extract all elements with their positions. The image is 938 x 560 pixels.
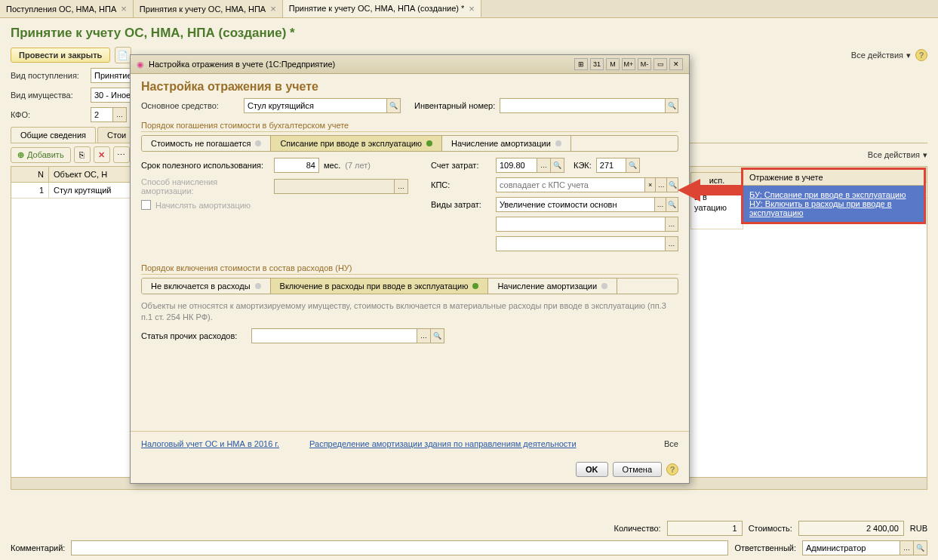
help-icon[interactable]: ? xyxy=(915,49,927,61)
other-exp-lookup[interactable]: … xyxy=(417,328,431,343)
kps-search[interactable]: 🔍 xyxy=(667,177,678,192)
calc-icon[interactable]: ⊞ xyxy=(574,58,588,70)
kfo-field[interactable] xyxy=(91,107,113,122)
close-icon[interactable]: × xyxy=(469,3,475,14)
other-exp-label: Статья прочих расходов: xyxy=(141,331,247,340)
tab-general[interactable]: Общие сведения xyxy=(11,127,96,143)
cost-acc-label: Счет затрат: xyxy=(431,161,491,170)
amort-distribution-link[interactable]: Распределение амортизации здания по напр… xyxy=(309,439,577,448)
all-link[interactable]: Все xyxy=(664,439,678,448)
close-dialog-icon[interactable]: ✕ xyxy=(669,58,683,70)
tax-accounting-link[interactable]: Налоговый учет ОС и НМА в 2016 г. xyxy=(141,439,279,448)
all-actions-menu[interactable]: Все действия ▾ xyxy=(851,51,911,60)
minimize-icon[interactable]: ▭ xyxy=(654,58,667,70)
tab-acceptances[interactable]: Принятия к учету ОС, НМА, НПА× xyxy=(134,0,283,17)
comment-field[interactable] xyxy=(71,540,728,555)
kps-field[interactable] xyxy=(496,177,645,192)
extra-field-2[interactable] xyxy=(496,236,666,251)
qty-field[interactable] xyxy=(667,521,743,536)
life-hint: (7 лет) xyxy=(345,161,371,170)
asset-search[interactable]: 🔍 xyxy=(387,98,401,113)
kps-label: КПС: xyxy=(431,180,491,189)
other-exp-field[interactable] xyxy=(251,328,417,343)
tab-receipts[interactable]: Поступления ОС, НМА, НПА× xyxy=(0,0,134,17)
nu-opt-amort[interactable]: Начисление амортизации xyxy=(488,278,617,294)
resp-search[interactable]: 🔍 xyxy=(914,540,927,555)
cost-types-lookup[interactable]: … xyxy=(655,197,667,212)
nu-note: Объекты не относятся к амортизируемому и… xyxy=(141,300,678,324)
qty-label: Количество: xyxy=(614,524,660,533)
nu-opt-include[interactable]: Включение в расходы при вводе в эксплуат… xyxy=(271,278,489,294)
m-icon[interactable]: M xyxy=(606,58,620,70)
responsible-label: Ответственный: xyxy=(734,543,796,552)
cost-field[interactable] xyxy=(798,521,904,536)
add-button[interactable]: ⊕Добавить xyxy=(11,147,71,163)
amort-method-label: Способ начисления амортизации: xyxy=(141,177,269,195)
nu-radio-group: Не включается в расходы Включение в расх… xyxy=(141,278,678,294)
cost-acc-lookup[interactable]: … xyxy=(537,158,551,173)
dialog-title-text: Настройка отражения в учете (1С:Предприя… xyxy=(149,60,335,69)
callout-nu-link[interactable]: НУ: Включить в расходы при вводе в экспл… xyxy=(749,199,892,217)
nu-opt-exclude[interactable]: Не включается в расходы xyxy=(142,278,271,294)
kfo-lookup[interactable]: … xyxy=(113,107,127,122)
close-icon[interactable]: × xyxy=(121,3,127,14)
dialog-help-icon[interactable]: ? xyxy=(666,463,678,475)
property-type-label: Вид имущества: xyxy=(11,91,86,100)
tab-bar: Поступления ОС, НМА, НПА× Принятия к уче… xyxy=(0,0,938,18)
bu-opt-writeoff[interactable]: Списание при вводе в эксплуатацию xyxy=(271,136,442,151)
more-icon[interactable]: ⋯ xyxy=(113,146,130,163)
amort-lookup: … xyxy=(395,179,408,194)
inv-search[interactable]: 🔍 xyxy=(666,98,678,113)
app-icon: ◉ xyxy=(137,60,144,69)
nu-section-title: Порядок включения стоимости в состав рас… xyxy=(141,263,678,275)
cost-acc-field[interactable] xyxy=(496,158,537,173)
bu-opt-no-repay[interactable]: Стоимость не погашается xyxy=(142,136,271,151)
inv-field[interactable] xyxy=(500,98,666,113)
life-unit: мес. xyxy=(324,161,340,170)
calendar-icon[interactable]: 31 xyxy=(590,58,604,70)
delete-icon[interactable]: ✕ xyxy=(94,146,110,163)
col-object[interactable]: Объект ОС, Н xyxy=(49,167,140,182)
kek-field[interactable] xyxy=(596,158,626,173)
arrow-annotation xyxy=(678,175,746,205)
extra2-lookup[interactable]: … xyxy=(666,236,678,251)
save-icon[interactable]: 📄 xyxy=(115,47,131,63)
bu-section-title: Порядок погашения стоимости в бухгалтерс… xyxy=(141,121,678,132)
asset-label: Основное средство: xyxy=(141,101,239,110)
kps-lookup[interactable]: … xyxy=(656,177,667,192)
svg-marker-0 xyxy=(678,179,742,202)
amort-checkbox[interactable] xyxy=(141,200,151,210)
other-exp-search[interactable]: 🔍 xyxy=(431,328,444,343)
kek-label: КЭК: xyxy=(574,161,592,170)
copy-icon[interactable]: ⎘ xyxy=(74,146,91,163)
dialog-heading: Настройка отражения в учете xyxy=(131,74,689,98)
post-and-close-button[interactable]: Провести и закрыть xyxy=(11,48,110,63)
life-field[interactable] xyxy=(274,158,319,173)
m3-icon[interactable]: M- xyxy=(638,58,651,70)
m2-icon[interactable]: M+ xyxy=(622,58,635,70)
col-n[interactable]: N xyxy=(11,167,49,182)
callout-bu-link[interactable]: БУ: Списание при вводе в эксплуатацию xyxy=(749,190,906,199)
kfo-label: КФО: xyxy=(11,110,86,119)
bu-opt-amort[interactable]: Начисление амортизации xyxy=(442,136,571,151)
comment-label: Комментарий: xyxy=(11,543,65,552)
table-all-actions[interactable]: Все действия ▾ xyxy=(868,150,927,160)
responsible-field[interactable] xyxy=(802,540,900,555)
cancel-button[interactable]: Отмена xyxy=(613,462,662,477)
asset-field[interactable] xyxy=(244,98,387,113)
tab-acceptance-create[interactable]: Принятие к учету ОС, НМА, НПА (создание)… xyxy=(283,0,481,17)
cost-types-field[interactable] xyxy=(496,197,655,212)
kek-search[interactable]: 🔍 xyxy=(626,158,640,173)
close-icon[interactable]: × xyxy=(270,3,276,14)
extra-field-1[interactable] xyxy=(496,217,666,232)
extra1-lookup[interactable]: … xyxy=(666,217,678,232)
life-label: Срок полезного использования: xyxy=(141,161,269,170)
resp-lookup[interactable]: … xyxy=(900,540,914,555)
cost-acc-search[interactable]: 🔍 xyxy=(551,158,564,173)
cost-types-search[interactable]: 🔍 xyxy=(666,197,678,212)
ok-button[interactable]: OK xyxy=(576,462,608,477)
kps-clear[interactable]: × xyxy=(645,177,657,192)
property-type-field[interactable] xyxy=(91,88,136,103)
receipt-type-field[interactable] xyxy=(91,68,136,83)
callout-header: Отражение в учете xyxy=(743,170,924,186)
